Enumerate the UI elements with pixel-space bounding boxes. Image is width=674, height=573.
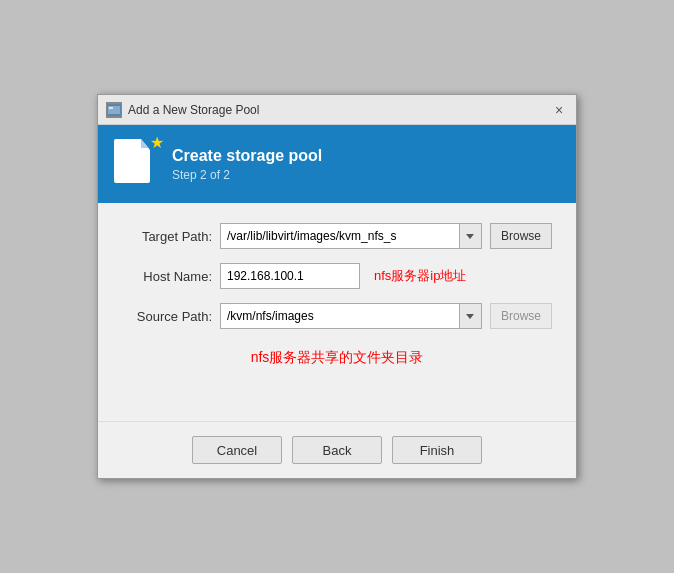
title-bar-left: Add a New Storage Pool xyxy=(106,102,259,118)
target-path-input[interactable] xyxy=(220,223,460,249)
header-title: Create storage pool xyxy=(172,147,322,165)
finish-button[interactable]: Finish xyxy=(392,436,482,464)
host-name-label: Host Name: xyxy=(122,269,212,284)
svg-rect-2 xyxy=(109,107,113,109)
source-path-dropdown-button[interactable] xyxy=(460,303,482,329)
source-path-label: Source Path: xyxy=(122,309,212,324)
host-name-row: Host Name: nfs服务器ip地址 xyxy=(122,263,552,289)
host-name-annotation: nfs服务器ip地址 xyxy=(374,267,466,285)
back-button[interactable]: Back xyxy=(292,436,382,464)
host-name-input[interactable] xyxy=(220,263,360,289)
target-path-browse-button[interactable]: Browse xyxy=(490,223,552,249)
target-path-input-group xyxy=(220,223,482,249)
star-badge: ★ xyxy=(150,135,164,151)
file-icon xyxy=(114,139,150,183)
header-subtitle: Step 2 of 2 xyxy=(172,168,322,182)
footer: Cancel Back Finish xyxy=(98,421,576,478)
source-path-annotation: nfs服务器共享的文件夹目录 xyxy=(122,343,552,371)
spacer xyxy=(98,381,576,421)
close-button[interactable]: × xyxy=(550,101,568,119)
source-path-input[interactable] xyxy=(220,303,460,329)
source-path-input-group xyxy=(220,303,482,329)
cancel-button[interactable]: Cancel xyxy=(192,436,282,464)
source-path-row: Source Path: Browse xyxy=(122,303,552,329)
window-icon xyxy=(106,102,122,118)
header-text: Create storage pool Step 2 of 2 xyxy=(172,147,322,182)
target-path-dropdown-button[interactable] xyxy=(460,223,482,249)
title-bar: Add a New Storage Pool × xyxy=(98,95,576,125)
header-banner: ★ Create storage pool Step 2 of 2 xyxy=(98,125,576,203)
form-area: Target Path: Browse Host Name: nfs服务器ip地… xyxy=(98,203,576,381)
header-icon: ★ xyxy=(114,139,158,189)
dialog-window: Add a New Storage Pool × ★ Create storag… xyxy=(97,94,577,479)
dropdown-arrow-icon-2 xyxy=(466,314,474,319)
dropdown-arrow-icon xyxy=(466,234,474,239)
target-path-row: Target Path: Browse xyxy=(122,223,552,249)
target-path-label: Target Path: xyxy=(122,229,212,244)
window-title: Add a New Storage Pool xyxy=(128,103,259,117)
source-path-browse-button[interactable]: Browse xyxy=(490,303,552,329)
file-icon-fold xyxy=(141,139,150,148)
